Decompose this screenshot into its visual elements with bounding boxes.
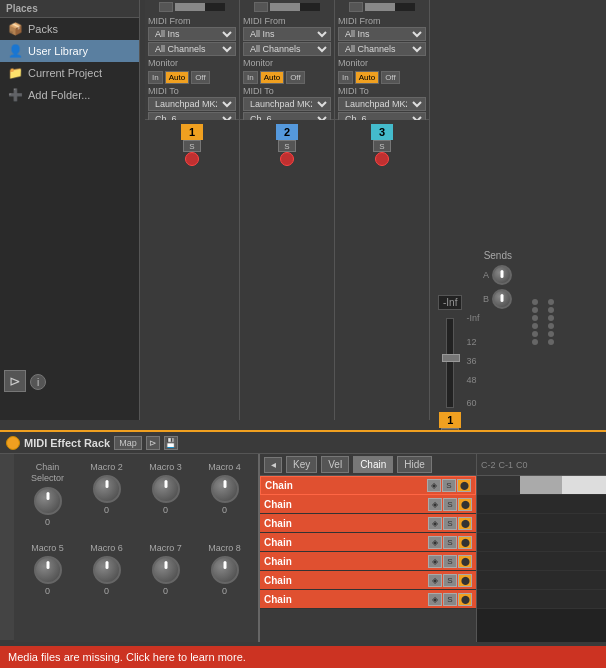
chain-row-3[interactable]: Chain ◈ S ⬤ (260, 533, 476, 552)
chain-row-6[interactable]: Chain ◈ S ⬤ (260, 590, 476, 609)
monitor-in-1[interactable]: In (148, 71, 163, 84)
macro-knob-6[interactable] (93, 556, 121, 584)
sidebar-item-user-library[interactable]: 👤 User Library (0, 40, 139, 62)
chain-solo-0[interactable]: S (442, 479, 456, 492)
midi-to-select-3[interactable]: Launchpad MK2 ( (338, 97, 426, 111)
chain-row-5[interactable]: Chain ◈ S ⬤ (260, 571, 476, 590)
chain-activate-5[interactable]: ◈ (428, 574, 442, 587)
macro-knob-4[interactable] (211, 475, 239, 503)
status-bar[interactable]: Media files are missing. Click here to l… (0, 646, 606, 668)
chain-tab-vel[interactable]: Vel (321, 456, 349, 473)
send-a-knob[interactable] (492, 265, 512, 285)
track-collapse-btn-2[interactable] (254, 2, 268, 12)
chain-name-3: Chain (264, 537, 425, 548)
chain-solo-2[interactable]: S (443, 517, 457, 530)
chain-row-0[interactable]: Chain ◈ S ⬤ (260, 476, 476, 495)
track-num-2[interactable]: 2 (276, 124, 298, 140)
midi-effect-rack: MIDI Effect Rack Map ⊳ 💾 ChainSelector 0… (0, 430, 606, 640)
chain-record-3[interactable]: ⬤ (458, 536, 472, 549)
monitor-auto-3[interactable]: Auto (355, 71, 379, 84)
midi-from-label-2: MIDI From (243, 16, 331, 26)
track-num-1[interactable]: 1 (181, 124, 203, 140)
monitor-off-1[interactable]: Off (191, 71, 210, 84)
track-record-2[interactable] (280, 152, 294, 166)
rack-map-btn[interactable]: Map (114, 436, 142, 450)
monitor-off-2[interactable]: Off (286, 71, 305, 84)
macro-label-7: Macro 7 (149, 543, 182, 553)
chain-solo-1[interactable]: S (443, 498, 457, 511)
tracks-container: MIDI From All Ins All Channels Monitor I… (140, 0, 606, 420)
chain-activate-6[interactable]: ◈ (428, 593, 442, 606)
macro-knob-2[interactable] (93, 475, 121, 503)
macro-cell-3: Macro 3 0 (136, 458, 195, 531)
track-num-3[interactable]: 3 (371, 124, 393, 140)
chain-solo-5[interactable]: S (443, 574, 457, 587)
midi-from-select-1[interactable]: All Ins (148, 27, 236, 41)
piano-key-row-6 (477, 571, 606, 590)
monitor-off-3[interactable]: Off (381, 71, 400, 84)
chain-panel: ◂ Key Vel Chain Hide Chain ◈ S ⬤ Chain (260, 454, 476, 642)
chain-record-1[interactable]: ⬤ (458, 498, 472, 511)
chain-nav-prev[interactable]: ◂ (264, 457, 282, 473)
midi-channel-select-1[interactable]: All Channels (148, 42, 236, 56)
midi-from-select-2[interactable]: All Ins (243, 27, 331, 41)
fader-thumb[interactable] (442, 354, 460, 362)
chain-solo-6[interactable]: S (443, 593, 457, 606)
chain-toolbar: ◂ Key Vel Chain Hide (260, 454, 476, 476)
midi-channel-select-2[interactable]: All Channels (243, 42, 331, 56)
monitor-in-3[interactable]: In (338, 71, 353, 84)
midi-channel-select-3[interactable]: All Channels (338, 42, 426, 56)
chain-btns-3: ◈ S ⬤ (428, 536, 472, 549)
sidebar-item-packs[interactable]: 📦 Packs (0, 18, 139, 40)
info-icon[interactable]: i (30, 374, 46, 390)
macro-knob-7[interactable] (152, 556, 180, 584)
monitor-auto-2[interactable]: Auto (260, 71, 284, 84)
chain-row-2[interactable]: Chain ◈ S ⬤ (260, 514, 476, 533)
chain-solo-3[interactable]: S (443, 536, 457, 549)
rack-header: MIDI Effect Rack Map ⊳ 💾 (0, 432, 606, 454)
monitor-auto-1[interactable]: Auto (165, 71, 189, 84)
midi-to-select-2[interactable]: Launchpad MK2 ( (243, 97, 331, 111)
macro-knob-8[interactable] (211, 556, 239, 584)
midi-to-select-1[interactable]: Launchpad MK2 ( (148, 97, 236, 111)
rack-fold-icon[interactable]: ⊳ (146, 436, 160, 450)
monitor-in-2[interactable]: In (243, 71, 258, 84)
track-record-3[interactable] (375, 152, 389, 166)
chain-record-4[interactable]: ⬤ (458, 555, 472, 568)
chain-activate-2[interactable]: ◈ (428, 517, 442, 530)
current-project-icon: 📁 (8, 66, 23, 80)
chain-tab-key[interactable]: Key (286, 456, 317, 473)
rack-power-btn[interactable] (6, 436, 20, 450)
chain-tab-hide[interactable]: Hide (397, 456, 432, 473)
sidebar-item-current-project[interactable]: 📁 Current Project (0, 62, 139, 84)
macro-knob-3[interactable] (152, 475, 180, 503)
chain-record-6[interactable]: ⬤ (458, 593, 472, 606)
track-collapse-btn-1[interactable] (159, 2, 173, 12)
track-collapse-btn-3[interactable] (349, 2, 363, 12)
fader-track-num[interactable]: 1 (439, 412, 461, 428)
chain-activate-1[interactable]: ◈ (428, 498, 442, 511)
chain-row-4[interactable]: Chain ◈ S ⬤ (260, 552, 476, 571)
track-solo-1[interactable]: S (183, 140, 201, 152)
track-solo-2[interactable]: S (278, 140, 296, 152)
rack-save-icon[interactable]: 💾 (164, 436, 178, 450)
chain-tab-chain[interactable]: Chain (353, 456, 393, 473)
track-solo-3[interactable]: S (373, 140, 391, 152)
chain-activate-0[interactable]: ◈ (427, 479, 441, 492)
chain-activate-3[interactable]: ◈ (428, 536, 442, 549)
chain-record-2[interactable]: ⬤ (458, 517, 472, 530)
chain-activate-4[interactable]: ◈ (428, 555, 442, 568)
chain-row-1[interactable]: Chain ◈ S ⬤ (260, 495, 476, 514)
chain-record-5[interactable]: ⬤ (458, 574, 472, 587)
status-text[interactable]: Media files are missing. Click here to l… (8, 651, 246, 663)
collapse-button[interactable]: ⊳ (4, 370, 26, 392)
macro-knob-1[interactable] (34, 487, 62, 515)
midi-from-select-3[interactable]: All Ins (338, 27, 426, 41)
fader-track[interactable] (446, 318, 454, 408)
chain-solo-4[interactable]: S (443, 555, 457, 568)
macro-knob-5[interactable] (34, 556, 62, 584)
chain-record-0[interactable]: ⬤ (457, 479, 471, 492)
add-folder-icon: ➕ (8, 88, 23, 102)
track-record-1[interactable] (185, 152, 199, 166)
sidebar-item-add-folder[interactable]: ➕ Add Folder... (0, 84, 139, 106)
